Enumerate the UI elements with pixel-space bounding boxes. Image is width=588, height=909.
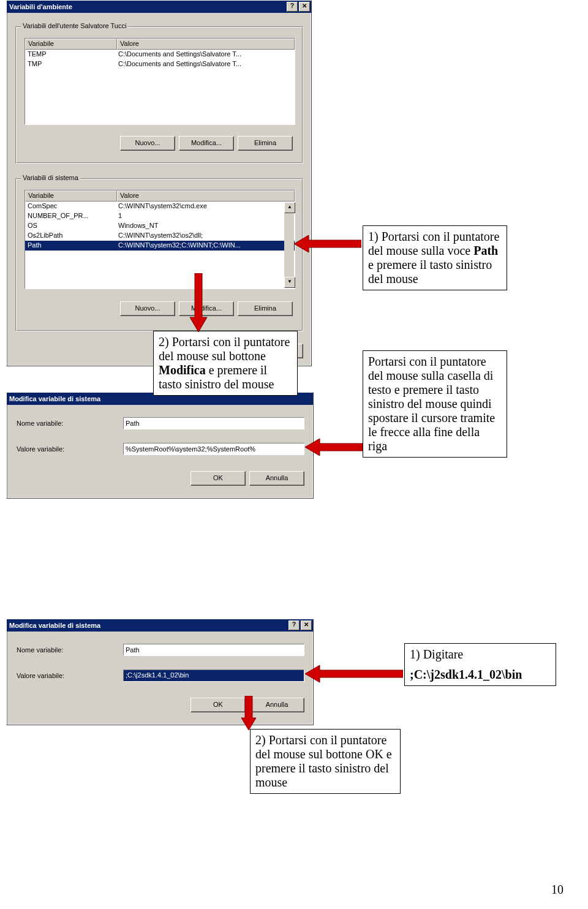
col-value[interactable]: Valore [117,190,295,202]
callout-3: Portarsi con il puntatore del mouse sull… [363,350,507,458]
cell-var: NUMBER_OF_PR... [25,211,116,221]
var-name-field[interactable] [123,644,304,656]
cell-var: OS [25,221,116,231]
user-vars-group-label: Variabili dell'utente Salvatore Tucci [21,22,128,29]
dialog3-title: Modifica variabile di sistema [8,622,287,629]
col-variable[interactable]: Variabile [25,39,117,50]
var-name-label: Nome variabile: [17,420,63,427]
cell-val: C:\WINNT\system32\os2\dll; [116,231,295,241]
cell-var: Path [25,241,116,251]
callout-4-line2: ;C:\j2sdk1.4.1_02\bin [410,668,522,681]
cell-val: C:\WINNT\system32;C:\WINNT;C:\WIN... [116,241,295,251]
scrollbar-v[interactable]: ▲ ▼ [284,202,294,288]
help-button[interactable]: ? [288,620,300,630]
system-vars-groupbox: Variabili di sistema Variabile Valore Co… [15,178,303,331]
system-delete-button[interactable]: Elimina [238,301,293,316]
help-button[interactable]: ? [287,2,298,12]
callout-1: 1) Portarsi con il puntatore del mouse s… [363,225,507,290]
var-value-label: Valore variabile: [17,445,64,453]
list-item[interactable]: OS Windows_NT [25,221,295,231]
callout-5: 2) Portarsi con il puntatore del mouse s… [250,729,401,794]
svg-marker-2 [305,439,363,456]
edit-var-dialog-2: Modifica variabile di sistema ? ✕ Nome v… [6,619,314,725]
list-item[interactable]: ComSpec C:\WINNT\system32\cmd.exe [25,202,295,211]
callout-4-line1: 1) Digitare [410,647,551,662]
user-edit-button[interactable]: Modifica... [179,136,234,151]
callout-2: 2) Portarsi con il puntatore del mouse s… [153,331,298,396]
arrow-to-value-field-2 [305,663,403,685]
system-vars-group-label: Variabili di sistema [21,174,80,181]
dialog2-cancel-button[interactable]: Annulla [249,471,304,486]
list-header: Variabile Valore [25,190,295,202]
system-vars-list[interactable]: Variabile Valore ComSpec C:\WINNT\system… [24,190,295,289]
page-number: 10 [551,883,564,897]
svg-marker-3 [305,665,403,682]
edit-var-dialog-1: Modifica variabile di sistema Nome varia… [6,392,314,499]
var-value-label: Valore variabile: [17,672,64,679]
dialog2-ok-button[interactable]: OK [190,471,246,486]
svg-marker-4 [241,696,256,730]
var-value-field[interactable] [123,443,304,455]
col-value[interactable]: Valore [117,39,295,50]
system-new-button[interactable]: Nuovo... [120,301,175,316]
user-vars-groupbox: Variabili dell'utente Salvatore Tucci Va… [15,26,303,164]
cell-val: C:\WINNT\system32\cmd.exe [116,202,295,211]
user-new-button[interactable]: Nuovo... [120,136,175,151]
list-item[interactable]: NUMBER_OF_PR... 1 [25,211,295,221]
scroll-down-icon[interactable]: ▼ [284,277,295,288]
cell-var: ComSpec [25,202,116,211]
close-button[interactable]: ✕ [301,620,312,630]
user-vars-list[interactable]: Variabile Valore TEMP C:\Documents and S… [24,38,295,125]
close-button[interactable]: ✕ [299,2,310,12]
dialog3-titlebar: Modifica variabile di sistema ? ✕ [7,619,313,632]
cell-val: C:\Documents and Settings\Salvatore T... [116,59,295,69]
scroll-up-icon[interactable]: ▲ [284,202,295,213]
dialog2-title: Modifica variabile di sistema [8,395,312,402]
env-vars-dialog: Variabili d'ambiente ? ✕ Variabili dell'… [6,0,312,366]
cell-val: 1 [116,211,295,221]
var-name-field[interactable] [123,417,304,429]
user-delete-button[interactable]: Elimina [238,136,293,151]
arrow-to-ok-button [240,696,258,730]
arrow-to-path-row [294,233,361,256]
cell-var: TEMP [25,50,116,59]
list-item[interactable]: TEMP C:\Documents and Settings\Salvatore… [25,50,295,59]
cell-var: Os2LibPath [25,231,116,241]
cell-var: TMP [25,59,116,69]
var-name-label: Nome variabile: [17,646,63,654]
svg-marker-1 [190,273,207,332]
arrow-to-edit-button [187,273,211,332]
list-item-selected-path[interactable]: Path C:\WINNT\system32;C:\WINNT;C:\WIN..… [25,241,295,251]
dialog1-titlebar: Variabili d'ambiente ? ✕ [7,1,311,13]
dialog3-ok-button[interactable]: OK [190,698,246,712]
callout-4: 1) Digitare ;C:\j2sdk1.4.1_02\bin [404,643,556,686]
arrow-to-value-field [305,436,363,458]
list-header: Variabile Valore [25,39,295,50]
svg-marker-0 [294,235,361,252]
cell-val: Windows_NT [116,221,295,231]
cell-val: C:\Documents and Settings\Salvatore T... [116,50,295,59]
var-value-field[interactable]: ;C:\j2sdk1.4.1_02\bin [123,669,304,682]
dialog1-title: Variabili d'ambiente [8,3,285,10]
col-variable[interactable]: Variabile [25,190,117,202]
list-item[interactable]: Os2LibPath C:\WINNT\system32\os2\dll; [25,231,295,241]
list-item[interactable]: TMP C:\Documents and Settings\Salvatore … [25,59,295,69]
